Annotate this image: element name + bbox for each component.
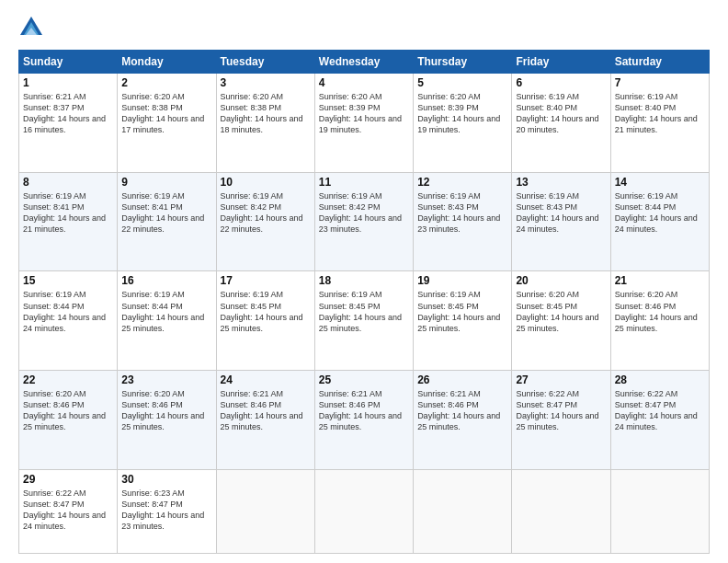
cell-info: Sunrise: 6:21 AMSunset: 8:46 PMDaylight:… bbox=[319, 388, 409, 433]
calendar-cell: 20Sunrise: 6:20 AMSunset: 8:45 PMDayligh… bbox=[512, 271, 610, 371]
day-number: 5 bbox=[417, 76, 507, 89]
day-number: 24 bbox=[221, 373, 311, 386]
cell-info: Sunrise: 6:20 AMSunset: 8:39 PMDaylight:… bbox=[319, 91, 409, 136]
calendar-cell: 3Sunrise: 6:20 AMSunset: 8:38 PMDaylight… bbox=[216, 74, 314, 173]
day-number: 13 bbox=[516, 176, 606, 189]
calendar-cell: 21Sunrise: 6:20 AMSunset: 8:46 PMDayligh… bbox=[610, 271, 709, 371]
calendar-cell: 1Sunrise: 6:21 AMSunset: 8:37 PMDaylight… bbox=[19, 74, 118, 173]
day-number: 4 bbox=[319, 76, 409, 89]
calendar-cell: 13Sunrise: 6:19 AMSunset: 8:43 PMDayligh… bbox=[512, 172, 610, 271]
day-number: 1 bbox=[23, 76, 113, 89]
header bbox=[18, 15, 710, 40]
calendar-cell: 26Sunrise: 6:21 AMSunset: 8:46 PMDayligh… bbox=[414, 371, 512, 470]
calendar-cell: 2Sunrise: 6:20 AMSunset: 8:38 PMDaylight… bbox=[118, 74, 216, 173]
day-number: 3 bbox=[221, 76, 311, 89]
cell-info: Sunrise: 6:19 AMSunset: 8:45 PMDaylight:… bbox=[319, 289, 409, 334]
weekday-header-thursday: Thursday bbox=[414, 51, 512, 74]
day-number: 21 bbox=[615, 274, 705, 287]
cell-info: Sunrise: 6:22 AMSunset: 8:47 PMDaylight:… bbox=[615, 388, 705, 433]
calendar-cell bbox=[610, 469, 709, 553]
day-number: 16 bbox=[121, 274, 211, 287]
calendar-table: SundayMondayTuesdayWednesdayThursdayFrid… bbox=[18, 50, 710, 554]
cell-info: Sunrise: 6:19 AMSunset: 8:43 PMDaylight:… bbox=[516, 190, 606, 236]
page: SundayMondayTuesdayWednesdayThursdayFrid… bbox=[0, 0, 728, 563]
cell-info: Sunrise: 6:19 AMSunset: 8:44 PMDaylight:… bbox=[23, 289, 113, 334]
cell-info: Sunrise: 6:22 AMSunset: 8:47 PMDaylight:… bbox=[516, 388, 606, 433]
day-number: 2 bbox=[121, 76, 211, 89]
cell-info: Sunrise: 6:21 AMSunset: 8:46 PMDaylight:… bbox=[417, 388, 507, 433]
cell-info: Sunrise: 6:20 AMSunset: 8:45 PMDaylight:… bbox=[516, 289, 606, 334]
weekday-header-saturday: Saturday bbox=[610, 51, 709, 74]
day-number: 9 bbox=[121, 176, 211, 189]
logo bbox=[18, 15, 48, 40]
cell-info: Sunrise: 6:20 AMSunset: 8:46 PMDaylight:… bbox=[121, 388, 211, 433]
calendar-cell: 15Sunrise: 6:19 AMSunset: 8:44 PMDayligh… bbox=[19, 271, 118, 371]
day-number: 22 bbox=[23, 373, 113, 386]
cell-info: Sunrise: 6:19 AMSunset: 8:41 PMDaylight:… bbox=[121, 190, 211, 236]
calendar-cell: 14Sunrise: 6:19 AMSunset: 8:44 PMDayligh… bbox=[610, 172, 709, 271]
cell-info: Sunrise: 6:23 AMSunset: 8:47 PMDaylight:… bbox=[121, 488, 211, 533]
cell-info: Sunrise: 6:19 AMSunset: 8:44 PMDaylight:… bbox=[615, 190, 705, 236]
cell-info: Sunrise: 6:22 AMSunset: 8:47 PMDaylight:… bbox=[23, 488, 113, 533]
calendar-week-4: 29Sunrise: 6:22 AMSunset: 8:47 PMDayligh… bbox=[19, 469, 710, 553]
calendar-cell: 10Sunrise: 6:19 AMSunset: 8:42 PMDayligh… bbox=[216, 172, 314, 271]
calendar-cell bbox=[314, 469, 413, 553]
day-number: 28 bbox=[615, 373, 705, 386]
calendar-cell bbox=[414, 469, 512, 553]
cell-info: Sunrise: 6:20 AMSunset: 8:39 PMDaylight:… bbox=[417, 91, 507, 136]
cell-info: Sunrise: 6:19 AMSunset: 8:40 PMDaylight:… bbox=[615, 91, 705, 136]
cell-info: Sunrise: 6:19 AMSunset: 8:42 PMDaylight:… bbox=[319, 190, 409, 236]
calendar-cell: 19Sunrise: 6:19 AMSunset: 8:45 PMDayligh… bbox=[414, 271, 512, 371]
calendar-cell: 22Sunrise: 6:20 AMSunset: 8:46 PMDayligh… bbox=[19, 371, 118, 470]
cell-info: Sunrise: 6:21 AMSunset: 8:46 PMDaylight:… bbox=[221, 388, 311, 433]
day-number: 18 bbox=[319, 274, 409, 287]
calendar-cell: 4Sunrise: 6:20 AMSunset: 8:39 PMDaylight… bbox=[314, 74, 413, 173]
cell-info: Sunrise: 6:19 AMSunset: 8:40 PMDaylight:… bbox=[516, 91, 606, 136]
weekday-header-wednesday: Wednesday bbox=[314, 51, 413, 74]
day-number: 29 bbox=[23, 473, 113, 486]
logo-icon bbox=[18, 15, 44, 40]
calendar-week-3: 22Sunrise: 6:20 AMSunset: 8:46 PMDayligh… bbox=[19, 371, 710, 470]
calendar-cell: 23Sunrise: 6:20 AMSunset: 8:46 PMDayligh… bbox=[118, 371, 216, 470]
cell-info: Sunrise: 6:19 AMSunset: 8:45 PMDaylight:… bbox=[417, 289, 507, 334]
cell-info: Sunrise: 6:19 AMSunset: 8:42 PMDaylight:… bbox=[221, 190, 311, 236]
calendar-cell: 30Sunrise: 6:23 AMSunset: 8:47 PMDayligh… bbox=[118, 469, 216, 553]
calendar-cell bbox=[512, 469, 610, 553]
day-number: 7 bbox=[615, 76, 705, 89]
calendar-cell: 9Sunrise: 6:19 AMSunset: 8:41 PMDaylight… bbox=[118, 172, 216, 271]
calendar-week-2: 15Sunrise: 6:19 AMSunset: 8:44 PMDayligh… bbox=[19, 271, 710, 371]
cell-info: Sunrise: 6:20 AMSunset: 8:46 PMDaylight:… bbox=[615, 289, 705, 334]
calendar-cell: 7Sunrise: 6:19 AMSunset: 8:40 PMDaylight… bbox=[610, 74, 709, 173]
day-number: 23 bbox=[121, 373, 211, 386]
calendar-week-1: 8Sunrise: 6:19 AMSunset: 8:41 PMDaylight… bbox=[19, 172, 710, 271]
calendar-week-0: 1Sunrise: 6:21 AMSunset: 8:37 PMDaylight… bbox=[19, 74, 710, 173]
day-number: 19 bbox=[417, 274, 507, 287]
day-number: 14 bbox=[615, 176, 705, 189]
calendar-cell bbox=[216, 469, 314, 553]
weekday-header-tuesday: Tuesday bbox=[216, 51, 314, 74]
day-number: 27 bbox=[516, 373, 606, 386]
calendar-cell: 24Sunrise: 6:21 AMSunset: 8:46 PMDayligh… bbox=[216, 371, 314, 470]
weekday-header-friday: Friday bbox=[512, 51, 610, 74]
calendar-cell: 29Sunrise: 6:22 AMSunset: 8:47 PMDayligh… bbox=[19, 469, 118, 553]
cell-info: Sunrise: 6:20 AMSunset: 8:38 PMDaylight:… bbox=[221, 91, 311, 136]
calendar-cell: 25Sunrise: 6:21 AMSunset: 8:46 PMDayligh… bbox=[314, 371, 413, 470]
day-number: 26 bbox=[417, 373, 507, 386]
calendar-cell: 12Sunrise: 6:19 AMSunset: 8:43 PMDayligh… bbox=[414, 172, 512, 271]
calendar-cell: 6Sunrise: 6:19 AMSunset: 8:40 PMDaylight… bbox=[512, 74, 610, 173]
cell-info: Sunrise: 6:19 AMSunset: 8:44 PMDaylight:… bbox=[121, 289, 211, 334]
weekday-header-row: SundayMondayTuesdayWednesdayThursdayFrid… bbox=[19, 51, 710, 74]
cell-info: Sunrise: 6:19 AMSunset: 8:43 PMDaylight:… bbox=[417, 190, 507, 236]
calendar-cell: 16Sunrise: 6:19 AMSunset: 8:44 PMDayligh… bbox=[118, 271, 216, 371]
day-number: 10 bbox=[221, 176, 311, 189]
calendar-cell: 11Sunrise: 6:19 AMSunset: 8:42 PMDayligh… bbox=[314, 172, 413, 271]
weekday-header-sunday: Sunday bbox=[19, 51, 118, 74]
day-number: 6 bbox=[516, 76, 606, 89]
day-number: 17 bbox=[221, 274, 311, 287]
cell-info: Sunrise: 6:19 AMSunset: 8:41 PMDaylight:… bbox=[23, 190, 113, 236]
day-number: 12 bbox=[417, 176, 507, 189]
calendar-cell: 18Sunrise: 6:19 AMSunset: 8:45 PMDayligh… bbox=[314, 271, 413, 371]
calendar-cell: 17Sunrise: 6:19 AMSunset: 8:45 PMDayligh… bbox=[216, 271, 314, 371]
cell-info: Sunrise: 6:20 AMSunset: 8:46 PMDaylight:… bbox=[23, 388, 113, 433]
weekday-header-monday: Monday bbox=[118, 51, 216, 74]
